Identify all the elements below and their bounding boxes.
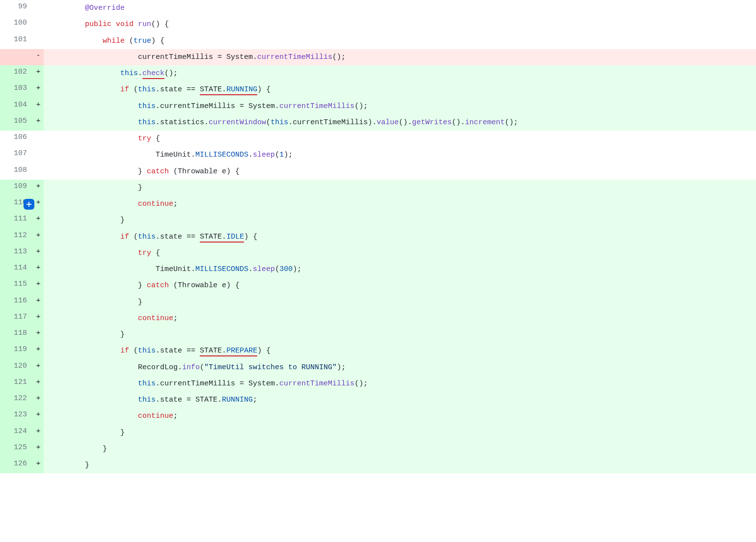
diff-row[interactable]: 116+ } [0, 294, 756, 310]
line-number[interactable]: 103 [0, 81, 33, 98]
diff-row[interactable]: 105+ this.statistics.currentWindow(this.… [0, 114, 756, 131]
diff-row[interactable]: 111+ } [0, 212, 756, 228]
line-number[interactable] [0, 49, 33, 65]
code-cell[interactable]: try { [44, 245, 756, 261]
diff-row[interactable]: 110+ continue; [0, 196, 756, 212]
code-cell[interactable]: RecordLog.info("TimeUtil switches to RUN… [44, 359, 756, 376]
line-number[interactable]: 121 [0, 376, 33, 392]
line-number[interactable]: 111 [0, 212, 33, 228]
diff-row[interactable]: 100 public void run() { [0, 16, 756, 32]
code-token: ( [129, 233, 138, 241]
code-cell[interactable]: this.currentTimeMillis = System.currentT… [44, 376, 756, 392]
line-number[interactable]: 102 [0, 65, 33, 81]
diff-row[interactable]: 101 while (true) { [0, 33, 756, 49]
code-cell[interactable]: if (this.state == STATE.IDLE) { [44, 229, 756, 245]
diff-row[interactable]: - currentTimeMillis = System.currentTime… [0, 49, 756, 65]
line-number[interactable]: 106 [0, 131, 33, 147]
code-cell[interactable]: } catch (Throwable e) { [44, 163, 756, 180]
diff-row[interactable]: 124+ } [0, 425, 756, 441]
code-cell[interactable]: } [44, 441, 756, 457]
diff-row[interactable]: 102+ this.check(); [0, 65, 756, 81]
code-cell[interactable]: @Override [44, 0, 756, 16]
code-token: ); [293, 265, 301, 273]
line-number[interactable]: 125 [0, 441, 33, 457]
line-number[interactable]: 109 [0, 180, 33, 196]
diff-row[interactable]: 107 TimeUnit.MILLISECONDS.sleep(1); [0, 147, 756, 163]
diff-row[interactable]: 122+ this.state = STATE.RUNNING; [0, 392, 756, 408]
code-cell[interactable]: } [44, 212, 756, 228]
line-number[interactable]: 101 [0, 33, 33, 49]
code-cell[interactable]: } [44, 180, 756, 196]
diff-marker: + [33, 114, 44, 131]
line-number[interactable]: 107 [0, 147, 33, 163]
line-number[interactable]: 124 [0, 425, 33, 441]
line-number[interactable]: 118 [0, 326, 33, 343]
code-token: } [50, 429, 125, 437]
code-cell[interactable]: continue; [44, 196, 756, 212]
line-number[interactable]: 108 [0, 163, 33, 180]
line-number[interactable]: 120 [0, 359, 33, 376]
diff-row[interactable]: 109+ } [0, 180, 756, 196]
diff-row[interactable]: 114+ TimeUnit.MILLISECONDS.sleep(300); [0, 261, 756, 277]
diff-row[interactable]: 117+ continue; [0, 310, 756, 326]
line-number[interactable]: 99 [0, 0, 33, 16]
code-cell[interactable]: public void run() { [44, 16, 756, 32]
code-cell[interactable]: this.statistics.currentWindow(this.curre… [44, 114, 756, 131]
diff-marker: + [33, 98, 44, 114]
diff-marker: + [33, 261, 44, 277]
code-cell[interactable]: } [44, 294, 756, 310]
code-cell[interactable]: if (this.state == STATE.RUNNING) { [44, 81, 756, 98]
diff-row[interactable]: 99 @Override [0, 0, 756, 16]
diff-row[interactable]: 121+ this.currentTimeMillis = System.cur… [0, 376, 756, 392]
line-number[interactable]: 119 [0, 343, 33, 359]
code-cell[interactable]: if (this.state == STATE.PREPARE) { [44, 343, 756, 359]
line-number[interactable]: 105 [0, 114, 33, 131]
line-number[interactable]: 100 [0, 16, 33, 32]
code-token: (Throwable e) { [169, 167, 240, 176]
line-number[interactable]: 112 [0, 229, 33, 245]
line-number[interactable]: 123 [0, 408, 33, 424]
code-token [50, 69, 120, 78]
code-token: ) { [257, 347, 270, 355]
code-cell[interactable]: continue; [44, 310, 756, 326]
diff-row[interactable]: 123+ continue; [0, 408, 756, 424]
code-cell[interactable]: } [44, 326, 756, 343]
line-number[interactable]: 113 [0, 245, 33, 261]
diff-row[interactable]: 125+ } [0, 441, 756, 457]
line-number[interactable]: 115 [0, 277, 33, 294]
code-cell[interactable]: } catch (Throwable e) { [44, 277, 756, 294]
diff-row[interactable]: 103+ if (this.state == STATE.RUNNING) { [0, 81, 756, 98]
code-cell[interactable]: this.state = STATE.RUNNING; [44, 392, 756, 408]
line-number[interactable]: 114 [0, 261, 33, 277]
diff-row[interactable]: 126+ } [0, 457, 756, 473]
diff-marker [33, 33, 44, 49]
diff-row[interactable]: 113+ try { [0, 245, 756, 261]
code-cell[interactable]: this.currentTimeMillis = System.currentT… [44, 98, 756, 114]
add-comment-button[interactable] [24, 199, 34, 210]
diff-row[interactable]: 108 } catch (Throwable e) { [0, 163, 756, 180]
code-cell[interactable]: TimeUnit.MILLISECONDS.sleep(300); [44, 261, 756, 277]
line-number[interactable]: 116 [0, 294, 33, 310]
diff-row[interactable]: 104+ this.currentTimeMillis = System.cur… [0, 98, 756, 114]
code-cell[interactable]: continue; [44, 408, 756, 424]
diff-row[interactable]: 119+ if (this.state == STATE.PREPARE) { [0, 343, 756, 359]
diff-row[interactable]: 120+ RecordLog.info("TimeUtil switches t… [0, 359, 756, 376]
code-cell[interactable]: this.check(); [44, 65, 756, 81]
diff-marker: + [33, 212, 44, 228]
line-number[interactable]: 110 [0, 196, 33, 212]
code-cell[interactable]: TimeUnit.MILLISECONDS.sleep(1); [44, 147, 756, 163]
diff-row[interactable]: 112+ if (this.state == STATE.IDLE) { [0, 229, 756, 245]
code-cell[interactable]: currentTimeMillis = System.currentTimeMi… [44, 49, 756, 65]
diff-row[interactable]: 106 try { [0, 131, 756, 147]
code-cell[interactable]: } [44, 457, 756, 473]
line-number[interactable]: 126 [0, 457, 33, 473]
diff-row[interactable]: 118+ } [0, 326, 756, 343]
code-token: (). [452, 118, 465, 127]
code-cell[interactable]: try { [44, 131, 756, 147]
line-number[interactable]: 122 [0, 392, 33, 408]
code-cell[interactable]: while (true) { [44, 33, 756, 49]
diff-row[interactable]: 115+ } catch (Throwable e) { [0, 277, 756, 294]
line-number[interactable]: 104 [0, 98, 33, 114]
code-cell[interactable]: } [44, 425, 756, 441]
line-number[interactable]: 117 [0, 310, 33, 326]
